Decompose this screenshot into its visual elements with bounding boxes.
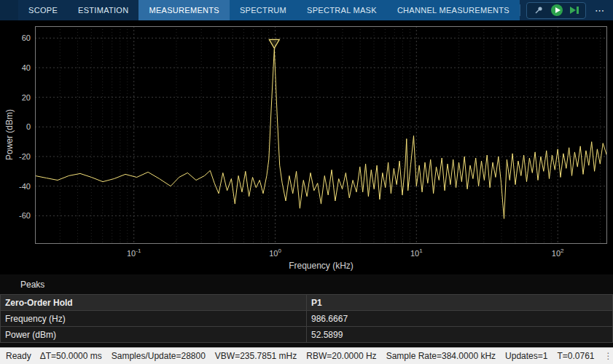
plot-canvas[interactable]: [35, 26, 607, 244]
overflow-icon[interactable]: ⋮: [604, 351, 613, 361]
play-icon: [555, 7, 561, 13]
x-axis-label: Frequency (kHz): [35, 261, 607, 271]
tab-spectrum[interactable]: SPECTRUM: [230, 0, 297, 20]
peaks-panel: Peaks Zero-Order Hold P1 Frequency (Hz) …: [0, 274, 613, 347]
step-triangle-icon: [570, 7, 576, 14]
playback-controls: [526, 2, 586, 19]
y-tick-label: -60: [1, 211, 31, 220]
power-value: 52.5899: [307, 327, 613, 343]
toolstrip: SCOPE ESTIMATION MEASUREMENTS SPECTRUM S…: [0, 0, 613, 20]
more-options-button[interactable]: ⋯: [592, 5, 607, 16]
run-button[interactable]: [551, 4, 563, 16]
x-tick-label: 101: [410, 248, 423, 258]
tab-measurements[interactable]: MEASUREMENTS: [138, 0, 230, 20]
x-tick-label: 100: [269, 248, 281, 258]
peaks-panel-title: Peaks: [0, 274, 613, 294]
y-tick-label: 60: [1, 33, 31, 42]
x-tick-label: 102: [552, 248, 564, 258]
tab-spectral-mask[interactable]: SPECTRAL MASK: [297, 0, 387, 20]
status-time: T=0.0761: [557, 351, 594, 361]
window-grip: [0, 0, 18, 20]
status-bar: Ready ΔT=50.0000 ms Samples/Update=28800…: [0, 347, 613, 364]
tab-scope[interactable]: SCOPE: [18, 0, 68, 20]
tab-estimation[interactable]: ESTIMATION: [68, 0, 138, 20]
status-vbw: VBW=235.7851 mHz: [215, 351, 297, 361]
row-label-power: Power (dBm): [1, 327, 307, 343]
status-bar-controls: ⋮ ↧: [604, 351, 613, 361]
table-header-row: Zero-Order Hold P1: [1, 295, 613, 311]
status-metrics: ΔT=50.0000 ms Samples/Update=28800 VBW=2…: [31, 351, 604, 361]
table-row: Frequency (Hz) 986.6667: [1, 311, 613, 327]
x-tick-label: 10-1: [127, 248, 141, 258]
y-tick-label: 0: [1, 122, 31, 131]
pin-icon[interactable]: [534, 5, 544, 15]
y-tick-label: -40: [1, 182, 31, 191]
status-updates: Updates=1: [505, 351, 547, 361]
row-label-frequency: Frequency (Hz): [1, 311, 307, 327]
status-rbw: RBW=20.0000 Hz: [306, 351, 376, 361]
table-row: Power (dBm) 52.5899: [1, 327, 613, 343]
status-delta-t: ΔT=50.0000 ms: [40, 351, 102, 361]
peaks-table: Zero-Order Hold P1 Frequency (Hz) 986.66…: [0, 294, 613, 343]
axes-border: [36, 27, 607, 244]
y-tick-label: -20: [1, 152, 31, 161]
column-header-p1: P1: [307, 295, 613, 311]
status-sample-rate: Sample Rate=384.0000 kHz: [386, 351, 496, 361]
spectrum-plot-panel: Power (dBm) Frequency (kHz) 10-110010110…: [0, 20, 613, 274]
frequency-value: 986.6667: [307, 311, 613, 327]
peak-marker[interactable]: [269, 39, 279, 48]
tab-channel-measurements[interactable]: CHANNEL MEASUREMENTS: [387, 0, 520, 20]
status-state: Ready: [0, 351, 31, 361]
step-bar-icon: [577, 7, 579, 14]
spectrum-trace: [35, 49, 607, 218]
step-forward-button[interactable]: [570, 7, 579, 14]
contextual-tab-group: SPECTRUM SPECTRAL MASK CHANNEL MEASUREME…: [230, 0, 520, 20]
y-tick-label: 20: [1, 93, 31, 102]
spectrum-analyzer-window: SCOPE ESTIMATION MEASUREMENTS SPECTRUM S…: [0, 0, 613, 364]
column-header-source: Zero-Order Hold: [1, 295, 307, 311]
status-samples-per-update: Samples/Update=28800: [112, 351, 206, 361]
quick-access-area: ⋯: [520, 0, 613, 20]
toolbar-divider: [520, 4, 520, 16]
y-tick-label: 40: [1, 63, 31, 72]
